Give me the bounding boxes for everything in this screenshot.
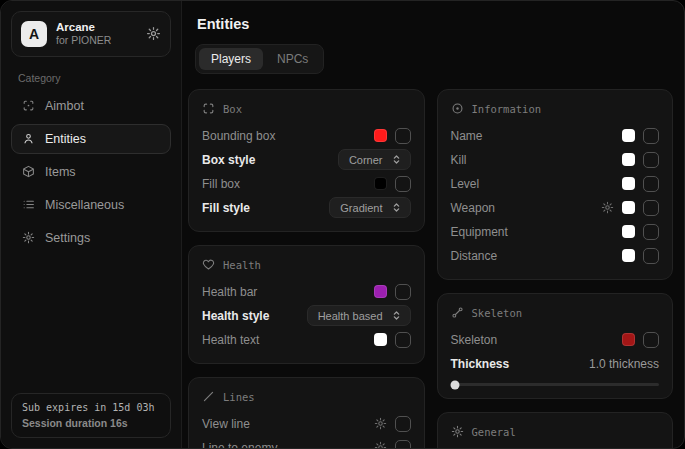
panel-title: Information: [472, 103, 542, 115]
color-swatch[interactable]: [622, 225, 635, 238]
row-label: View line: [202, 417, 250, 431]
list-icon: [22, 198, 35, 211]
panel-title: Skeleton: [472, 307, 523, 319]
row-label: Bounding box: [202, 129, 275, 143]
setting-row-skeleton: Skeleton: [451, 328, 660, 351]
row-label: Health bar: [202, 285, 257, 299]
row-label: Line to enemy: [202, 441, 277, 449]
entities-icon: [22, 132, 35, 145]
dropdown-value: Health based: [318, 310, 383, 322]
information-panel: Information Name Kill: [437, 89, 674, 280]
bone-icon: [451, 306, 464, 319]
lines-panel: Lines View line Line to enemy: [188, 377, 425, 449]
color-swatch[interactable]: [622, 153, 635, 166]
weapon-checkbox[interactable]: [643, 200, 659, 216]
heart-icon: [202, 258, 215, 271]
app-subtitle: for PIONER: [56, 34, 111, 47]
health-style-dropdown[interactable]: Health based: [307, 305, 411, 326]
color-swatch[interactable]: [622, 177, 635, 190]
health-text-checkbox[interactable]: [395, 332, 411, 348]
subscription-info: Sub expires in 15d 03h Session duration …: [11, 393, 171, 438]
setting-row-box-style: Box style Corner: [202, 148, 411, 171]
sidebar-item-settings[interactable]: Settings: [11, 223, 171, 253]
category-label: Category: [18, 72, 164, 84]
weapon-settings-gear-icon[interactable]: [601, 201, 614, 214]
color-swatch[interactable]: [374, 177, 387, 190]
tab-players[interactable]: Players: [199, 48, 263, 70]
distance-checkbox[interactable]: [643, 248, 659, 264]
chevrons-up-down-icon: [390, 153, 403, 166]
diagonal-line-icon: [202, 390, 215, 403]
setting-row-level: Level: [451, 172, 660, 195]
setting-row-distance: Distance: [451, 244, 660, 267]
sidebar-item-label: Aimbot: [45, 99, 84, 113]
color-swatch[interactable]: [622, 201, 635, 214]
color-swatch[interactable]: [374, 285, 387, 298]
level-checkbox[interactable]: [643, 176, 659, 192]
information-panel-header: Information: [451, 102, 660, 115]
sidebar-item-label: Miscellaneous: [45, 198, 124, 212]
sidebar-item-label: Entities: [45, 132, 86, 146]
line-to-enemy-settings-gear-icon[interactable]: [374, 441, 387, 449]
setting-row-name: Name: [451, 124, 660, 147]
thickness-value: 1.0 thickness: [589, 357, 659, 371]
row-label: Skeleton: [451, 333, 498, 347]
general-panel: General Visibility check Max distance 50…: [437, 412, 674, 449]
settings-gear-icon[interactable]: [146, 26, 161, 41]
setting-row-bounding-box: Bounding box: [202, 124, 411, 147]
box-icon: [22, 165, 35, 178]
bounding-box-checkbox[interactable]: [395, 128, 411, 144]
color-swatch[interactable]: [374, 129, 387, 142]
setting-row-fill-style: Fill style Gradient: [202, 196, 411, 219]
fill-style-dropdown[interactable]: Gradient: [329, 197, 410, 218]
left-column: Box Bounding box Box style Corne: [188, 89, 425, 449]
color-swatch[interactable]: [622, 249, 635, 262]
row-label: Level: [451, 177, 480, 191]
row-label: Kill: [451, 153, 467, 167]
kill-checkbox[interactable]: [643, 152, 659, 168]
thickness-slider-thumb[interactable]: [450, 380, 459, 389]
sidebar-item-entities[interactable]: Entities: [11, 124, 171, 154]
chevrons-up-down-icon: [390, 309, 403, 322]
equipment-checkbox[interactable]: [643, 224, 659, 240]
health-bar-checkbox[interactable]: [395, 284, 411, 300]
setting-row-health-text: Health text: [202, 328, 411, 351]
color-swatch[interactable]: [622, 129, 635, 142]
color-swatch[interactable]: [622, 333, 635, 346]
row-label: Equipment: [451, 225, 508, 239]
box-panel: Box Bounding box Box style Corne: [188, 89, 425, 232]
skeleton-checkbox[interactable]: [643, 332, 659, 348]
setting-row-weapon: Weapon: [451, 196, 660, 219]
sidebar-nav: Aimbot Entities Items Miscellaneous Sett…: [11, 91, 171, 253]
skeleton-panel: Skeleton Skeleton Thickness 1.0 thicknes…: [437, 293, 674, 399]
setting-row-health-bar: Health bar: [202, 280, 411, 303]
dropdown-value: Corner: [349, 154, 383, 166]
line-to-enemy-checkbox[interactable]: [395, 440, 411, 449]
fill-box-checkbox[interactable]: [395, 176, 411, 192]
sidebar-item-miscellaneous[interactable]: Miscellaneous: [11, 190, 171, 220]
box-select-icon: [202, 102, 215, 115]
setting-row-line-to-enemy: Line to enemy: [202, 436, 411, 449]
gear-icon: [451, 425, 464, 438]
row-label: Health style: [202, 309, 269, 323]
page-title: Entities: [197, 16, 673, 32]
view-line-settings-gear-icon[interactable]: [374, 417, 387, 430]
sub-expiry-text: Sub expires in 15d 03h: [22, 402, 160, 413]
app-header: A Arcane for PIONER: [11, 11, 171, 57]
app-logo: A: [21, 21, 47, 47]
view-line-checkbox[interactable]: [395, 416, 411, 432]
row-label: Thickness: [451, 357, 510, 371]
skeleton-panel-header: Skeleton: [451, 306, 660, 319]
chevrons-up-down-icon: [390, 201, 403, 214]
row-label: Weapon: [451, 201, 495, 215]
color-swatch[interactable]: [374, 333, 387, 346]
sidebar-item-items[interactable]: Items: [11, 157, 171, 187]
box-style-dropdown[interactable]: Corner: [338, 149, 411, 170]
sidebar-item-aimbot[interactable]: Aimbot: [11, 91, 171, 121]
tab-npcs[interactable]: NPCs: [265, 48, 320, 70]
panel-title: Health: [223, 259, 261, 271]
setting-row-thickness: Thickness 1.0 thickness: [451, 352, 660, 375]
name-checkbox[interactable]: [643, 128, 659, 144]
thickness-slider[interactable]: [451, 383, 660, 386]
target-icon: [451, 102, 464, 115]
